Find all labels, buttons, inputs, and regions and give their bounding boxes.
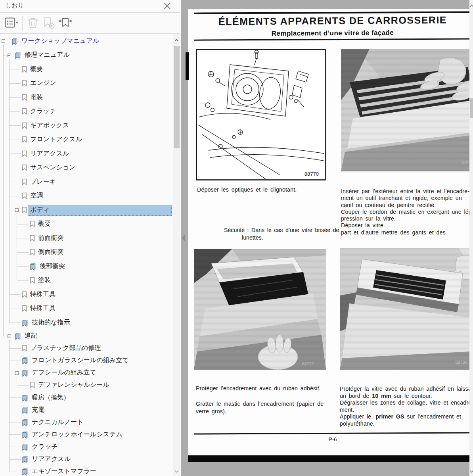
bookmark-label[interactable]: 概要 — [30, 65, 43, 73]
bookmark-label[interactable]: リアアクスル — [32, 455, 71, 463]
bookmark-label[interactable]: ギアボックス — [30, 121, 69, 130]
bookmark-tree-item[interactable]: テクニカルノート — [0, 416, 173, 428]
bookmark-label[interactable]: エキゾーストマフラー — [32, 467, 96, 476]
bookmark-label[interactable]: 側面衝突 — [38, 248, 63, 256]
locate-bookmark-icon[interactable] — [58, 17, 73, 31]
collapse-minus-box[interactable] — [15, 371, 19, 375]
collapse-minus-box[interactable] — [8, 334, 11, 338]
collapse-minus-box[interactable] — [8, 54, 11, 57]
bookmark-tree-item[interactable]: 修理マニュアル — [0, 48, 173, 63]
bookmark-label[interactable]: サスペンション — [30, 163, 76, 172]
options-list-icon[interactable] — [5, 17, 19, 30]
close-icon[interactable] — [163, 2, 172, 10]
bookmark-label[interactable]: ワークショップマニュアル — [21, 37, 99, 45]
bookmark-label[interactable]: リアアクスル — [30, 150, 69, 158]
bookmark-label[interactable]: クラッチ — [32, 443, 58, 451]
bookmark-flag-icon — [21, 108, 27, 116]
pdf-reader-window: しおり — [0, 0, 473, 476]
bookmark-label[interactable]: アンチロックホイールシステム — [32, 430, 123, 439]
bookmark-label[interactable]: 修理マニュアル — [25, 51, 70, 59]
collapse-minus-box[interactable] — [15, 208, 19, 212]
bookmark-label[interactable]: デファレンシャルシール — [38, 381, 109, 389]
bookmark-tree-item[interactable]: 空調 — [0, 189, 173, 203]
bookmark-label[interactable]: テクニカルノート — [32, 418, 84, 426]
bookmark-tree-item[interactable]: 特殊工具 — [0, 288, 173, 302]
add-bookmark-icon[interactable] — [42, 17, 56, 31]
bookmark-tree-item[interactable]: デフシールの組み立て — [0, 367, 173, 379]
bookmark-flag-icon — [21, 80, 27, 88]
bookmark-tree-item[interactable]: リアアクスル — [0, 147, 173, 161]
bookmark-tree-item[interactable]: デファレンシャルシール — [0, 379, 173, 392]
bookmark-tree-item[interactable]: サスペンション — [0, 161, 173, 175]
scrollbar-thumb[interactable] — [174, 46, 180, 148]
bookmark-label[interactable]: 電装 — [30, 93, 43, 102]
bookmark-label[interactable]: 技術的な指示 — [32, 319, 70, 327]
page-bottom-edge — [188, 455, 473, 462]
scroll-up-icon[interactable] — [174, 36, 179, 44]
bookmark-flag-icon — [21, 345, 27, 353]
bookmark-label[interactable]: 空調 — [30, 192, 43, 200]
tree-guide-stub — [10, 361, 21, 361]
open-bookmark-icon — [21, 468, 29, 476]
bookmark-label[interactable]: 追記 — [25, 332, 37, 340]
bookmark-tree-item[interactable]: ギアボックス — [0, 119, 173, 133]
bookmark-tree-item[interactable]: 塗装 — [0, 274, 173, 288]
previous-page-arrow-icon[interactable] — [181, 235, 185, 241]
bookmark-tree-item[interactable]: 電装 — [0, 90, 173, 105]
trash-icon[interactable] — [27, 17, 39, 31]
bookmark-label[interactable]: 前面衝突 — [38, 234, 63, 242]
bookmark-tree-item[interactable]: アンチロックホイールシステム — [0, 428, 173, 441]
bookmark-label[interactable]: ブレーキ — [30, 178, 56, 186]
bookmark-label[interactable]: プラスチック部品の修理 — [30, 344, 101, 352]
bookmarks-scrollbar[interactable] — [173, 34, 180, 476]
scroll-down-icon[interactable] — [470, 467, 473, 474]
bookmark-label[interactable]: 塗装 — [38, 276, 51, 284]
caption-line: un bord de 10 mm sur le contour. — [340, 393, 473, 400]
bookmark-label[interactable]: フロントアクスル — [30, 135, 82, 144]
bookmark-tree-item[interactable]: 後部衝突 — [0, 259, 173, 274]
bookmark-tree-item[interactable]: 前面衝突 — [0, 231, 173, 246]
viewer-scrollbar[interactable] — [469, 0, 473, 476]
bookmark-tree-item[interactable]: 特殊工具 — [0, 302, 173, 316]
scrollbar-thumb[interactable] — [470, 98, 473, 118]
bookmark-label[interactable]: 特殊工具 — [30, 304, 56, 313]
open-bookmark-icon — [21, 443, 29, 453]
tree-guide-stub — [17, 266, 29, 267]
bookmark-label[interactable]: フロントガラスシールの組み立て — [32, 356, 129, 365]
collapse-minus-box[interactable] — [2, 39, 5, 43]
tree-guide-stub — [10, 154, 21, 154]
scroll-up-icon[interactable] — [470, 2, 473, 9]
caption-line: verre gros). — [196, 408, 324, 415]
bookmark-label[interactable]: クラッチ — [30, 107, 56, 115]
bookmark-label[interactable]: 充電 — [32, 406, 44, 414]
doc-subtitle: Remplacement d’une vitre de façade — [188, 29, 473, 38]
scroll-down-icon[interactable] — [174, 467, 179, 474]
bookmark-tree-item[interactable]: 技術的な指示 — [0, 316, 173, 330]
bookmark-label[interactable]: 後部衝突 — [40, 262, 65, 271]
bookmark-label[interactable]: デフシールの組み立て — [32, 369, 96, 377]
bookmark-tree-item[interactable]: エキゾーストマフラー — [0, 466, 173, 476]
bookmark-tree-item[interactable]: 概要 — [0, 217, 173, 232]
bookmark-tree-item[interactable]: 追記 — [0, 330, 173, 342]
bookmark-label[interactable]: エンジン — [30, 79, 56, 87]
bookmark-label[interactable]: 暖房（換気） — [32, 393, 70, 402]
bookmark-tree-item[interactable]: 概要 — [0, 62, 173, 77]
bookmark-tree-item[interactable]: プラスチック部品の修理 — [0, 342, 173, 355]
bookmark-tree-item[interactable]: フロントガラスシールの組み立て — [0, 355, 173, 367]
bookmark-tree-item[interactable]: ボディ — [0, 203, 173, 217]
title-rule-bottom — [194, 38, 473, 40]
bookmark-tree-item[interactable]: ブレーキ — [0, 175, 173, 189]
bookmarks-panel: しおり — [0, 0, 180, 476]
bookmark-tree-item[interactable]: エンジン — [0, 77, 173, 91]
bookmark-tree-item[interactable]: リアアクスル — [0, 453, 173, 466]
bookmark-label[interactable]: 概要 — [38, 220, 51, 228]
bookmark-tree-item[interactable]: クラッチ — [0, 105, 173, 119]
bookmark-label[interactable]: ボディ — [30, 206, 50, 214]
bookmark-tree-item[interactable]: 充電 — [0, 404, 173, 416]
bookmark-tree-item[interactable]: 側面衝突 — [0, 246, 173, 260]
bookmark-tree-item[interactable]: ワークショップマニュアル — [0, 34, 173, 48]
bookmark-tree-item[interactable]: クラッチ — [0, 441, 173, 453]
bookmark-label[interactable]: 特殊工具 — [30, 290, 56, 299]
bookmark-tree-item[interactable]: フロントアクスル — [0, 133, 173, 147]
bookmark-tree-item[interactable]: 暖房（換気） — [0, 392, 173, 404]
